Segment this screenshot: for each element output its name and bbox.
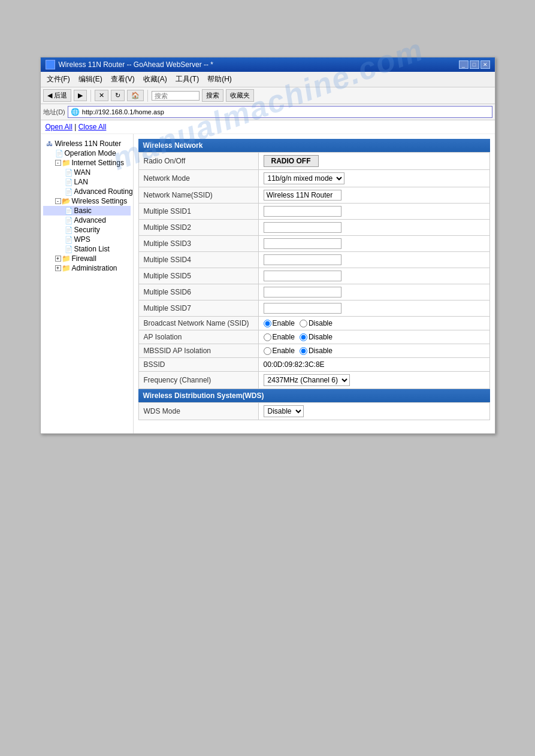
sidebar-item-advanced[interactable]: 📄 Advanced (43, 215, 131, 225)
page-icon-wan: 📄 (65, 168, 73, 177)
menu-tools[interactable]: 工具(T) (172, 73, 202, 86)
sidebar-item-basic[interactable]: 📄 Basic (43, 206, 131, 215)
sidebar-label-operation-mode: Operation Mode (65, 149, 116, 157)
home-button[interactable]: 🏠 (127, 90, 144, 101)
sidebar-item-wan[interactable]: 📄 WAN (43, 168, 131, 177)
search-input[interactable] (152, 91, 200, 101)
sidebar-label-wan: WAN (74, 168, 91, 177)
ap-isolation-enable-label[interactable]: Enable (264, 333, 295, 341)
back-arrow-icon: ◀ (47, 92, 52, 99)
sidebar-label-wps: WPS (74, 235, 90, 244)
menu-favorites[interactable]: 收藏(A) (140, 73, 171, 86)
table-row: Multiple SSID1 (138, 204, 489, 220)
multiple-ssid4-input[interactable] (264, 254, 341, 265)
network-mode-select[interactable]: 11b/g/n mixed mode 11b only 11g only 11n… (264, 172, 344, 184)
cell-network-name (258, 187, 489, 204)
back-button[interactable]: ◀ 后退 (43, 89, 71, 102)
cell-wds-mode: Disable Enable (258, 403, 489, 420)
sidebar-item-advanced-routing[interactable]: 📄 Advanced Routing (43, 187, 131, 196)
open-all-link[interactable]: Open All (46, 123, 72, 131)
ap-isolation-disable-label[interactable]: Disable (300, 333, 333, 341)
wireless-network-section: Wireless Network Radio On/Off RADIO OFF (138, 139, 490, 389)
table-row: Multiple SSID3 (138, 236, 489, 252)
folder-icon-administration: 📁 (62, 264, 71, 272)
cell-multiple-ssid3 (258, 236, 489, 252)
label-network-mode: Network Mode (138, 170, 258, 187)
mbssid-disable-label[interactable]: Disable (300, 347, 333, 355)
ap-isolation-disable-radio[interactable] (300, 333, 307, 341)
toolbar-sep1 (90, 90, 91, 102)
sidebar-label-lan: LAN (74, 178, 88, 186)
sidebar: 🖧 Wireless 11N Router 📄 Operation Mode -… (41, 134, 134, 433)
expand-icon-firewall[interactable]: + (55, 256, 61, 262)
table-row: Multiple SSID4 (138, 252, 489, 268)
ap-isolation-enable-radio[interactable] (264, 333, 271, 341)
sidebar-item-lan[interactable]: 📄 LAN (43, 177, 131, 187)
sidebar-item-firewall[interactable]: + 📁 Firewall (43, 254, 131, 263)
page-icon-wps: 📄 (65, 235, 73, 244)
browser-title: Wireless 11N Router -- GoAhead WebServer… (59, 60, 214, 69)
multiple-ssid3-input[interactable] (264, 238, 341, 249)
page-icon-advanced: 📄 (65, 216, 73, 224)
expand-icon-wireless-settings[interactable]: - (55, 198, 61, 204)
refresh-button[interactable]: ↻ (111, 90, 125, 101)
expand-icon-internet-settings[interactable]: - (55, 160, 61, 166)
multiple-ssid6-input[interactable] (264, 287, 341, 297)
sidebar-item-administration[interactable]: + 📁 Administration (43, 263, 131, 273)
sidebar-item-wps[interactable]: 📄 WPS (43, 235, 131, 244)
label-wds-mode: WDS Mode (138, 403, 258, 420)
folder-icon-wireless-settings: 📂 (62, 197, 71, 205)
broadcast-disable-label[interactable]: Disable (300, 319, 333, 327)
wds-mode-select[interactable]: Disable Enable (264, 405, 304, 417)
close-button[interactable]: ✕ (480, 60, 490, 69)
title-bar: Wireless 11N Router -- GoAhead WebServer… (41, 57, 495, 72)
label-frequency-channel: Frequency (Channel) (138, 372, 258, 389)
network-name-input[interactable] (264, 190, 341, 201)
wds-section: Wireless Distribution System(WDS) WDS Mo… (138, 389, 490, 420)
close-all-link[interactable]: Close All (78, 123, 107, 131)
forward-button[interactable]: ▶ (74, 90, 87, 101)
favorites-button[interactable]: 收藏夹 (226, 89, 254, 102)
sidebar-label-wireless-settings: Wireless Settings (72, 197, 128, 205)
broadcast-enable-label[interactable]: Enable (264, 319, 295, 327)
broadcast-radio-group: Enable Disable (264, 319, 485, 327)
minimize-button[interactable]: _ (459, 60, 468, 69)
frequency-channel-select[interactable]: 2412MHz (Channel 1) 2417MHz (Channel 2) … (264, 374, 350, 386)
cell-multiple-ssid1 (258, 204, 489, 220)
sidebar-item-operation-mode[interactable]: 📄 Operation Mode (43, 148, 131, 158)
menu-view[interactable]: 查看(V) (107, 73, 138, 86)
sidebar-item-internet-settings[interactable]: - 📁 Internet Settings (43, 158, 131, 168)
expand-icon-administration[interactable]: + (55, 265, 61, 271)
address-value[interactable]: http://192.168.0.1/home.asp (82, 108, 164, 116)
sidebar-label-administration: Administration (72, 264, 117, 272)
mbssid-enable-radio[interactable] (264, 347, 271, 355)
search-button[interactable]: 搜索 (202, 89, 223, 102)
maximize-button[interactable]: □ (470, 60, 479, 69)
stop-button[interactable]: ✕ (95, 90, 108, 101)
cell-multiple-ssid4 (258, 252, 489, 268)
multiple-ssid1-input[interactable] (264, 206, 341, 217)
multiple-ssid2-input[interactable] (264, 222, 341, 233)
radio-off-button[interactable]: RADIO OFF (264, 155, 319, 167)
toolbar-sep2 (147, 90, 148, 102)
mbssid-enable-label[interactable]: Enable (264, 347, 295, 355)
page-icon-address: 🌐 (71, 108, 80, 116)
multiple-ssid7-input[interactable] (264, 303, 341, 314)
menu-help[interactable]: 帮助(H) (204, 73, 235, 86)
mbssid-radio-group: Enable Disable (264, 347, 485, 355)
label-multiple-ssid1: Multiple SSID1 (138, 204, 258, 220)
multiple-ssid5-input[interactable] (264, 271, 341, 281)
sidebar-item-wireless-settings[interactable]: - 📂 Wireless Settings (43, 196, 131, 206)
sidebar-item-wireless-11n-router[interactable]: 🖧 Wireless 11N Router (43, 139, 131, 148)
broadcast-enable-radio[interactable] (264, 320, 271, 327)
sidebar-item-station-list[interactable]: 📄 Station List (43, 244, 131, 254)
mbssid-disable-radio[interactable] (300, 347, 307, 355)
bssid-value: 00:0D:09:82:3C:8E (264, 360, 325, 369)
forward-arrow-icon: ▶ (78, 92, 83, 99)
browser-icon (46, 60, 55, 69)
menu-edit[interactable]: 编辑(E) (75, 73, 106, 86)
sidebar-item-security[interactable]: 📄 Security (43, 225, 131, 235)
menu-file[interactable]: 文件(F) (43, 73, 74, 86)
broadcast-disable-radio[interactable] (300, 320, 307, 327)
page-icon-advanced-routing: 📄 (65, 187, 73, 196)
